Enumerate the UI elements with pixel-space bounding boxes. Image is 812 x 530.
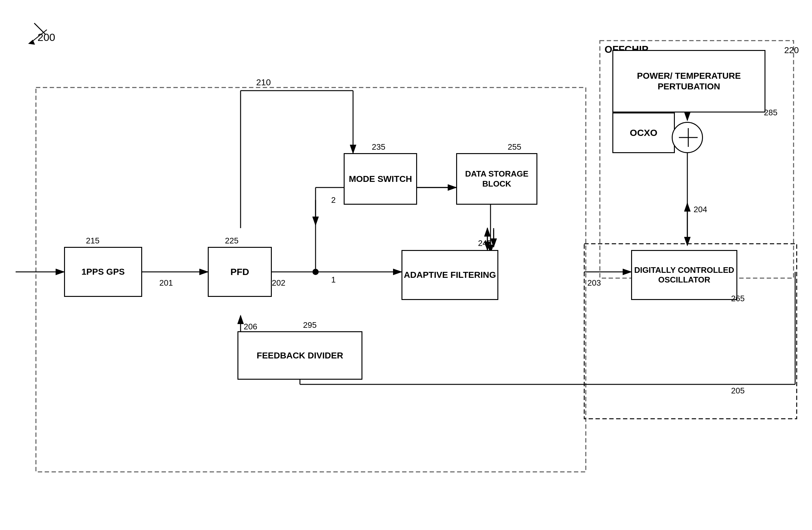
feedback-divider-block: FEEDBACK DIVIDER	[237, 331, 362, 380]
n245-label: 245	[478, 239, 491, 248]
n235-label: 235	[372, 142, 385, 152]
n265-label: 265	[731, 294, 744, 303]
n201-label: 201	[159, 278, 173, 288]
n205-label: 205	[731, 386, 744, 396]
n206-label: 206	[244, 322, 257, 332]
dco-block: DIGITALLY CONTROLLED OSCILLATOR	[631, 250, 737, 300]
n220-label: 220	[784, 45, 799, 55]
svg-point-10	[313, 269, 319, 275]
n210-label: 210	[256, 77, 271, 87]
summing-junction	[672, 122, 703, 153]
n215-label: 215	[86, 236, 99, 246]
n202-label: 202	[272, 278, 285, 288]
n225-label: 225	[225, 236, 238, 246]
pt2-label: 2	[331, 195, 336, 205]
n295-label: 295	[303, 320, 317, 330]
ocxo-block: OCXO	[612, 113, 675, 153]
data-storage-block: DATA STORAGE BLOCK	[456, 153, 537, 205]
n255-label: 255	[508, 142, 521, 152]
power-temp-block: POWER/ TEMPERATURE PERTUBATION	[612, 50, 766, 113]
mode-switch-block: MODE SWITCH	[344, 153, 417, 205]
gps-block: 1PPS GPS	[64, 247, 142, 297]
pt1-label: 1	[331, 275, 336, 285]
adaptive-filtering-block: ADAPTIVE FILTERING	[402, 250, 498, 300]
n203-label: 203	[588, 278, 601, 288]
n204-label: 204	[694, 205, 707, 214]
pfd-block: PFD	[208, 247, 272, 297]
svg-line-37	[31, 30, 47, 42]
n285-label: 285	[764, 108, 777, 117]
